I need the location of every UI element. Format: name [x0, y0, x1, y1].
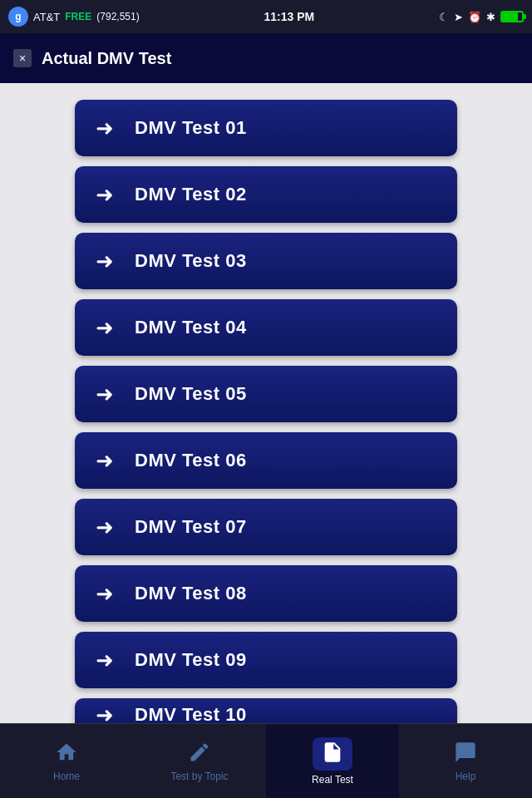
test-03-label: DMV Test 03 — [135, 250, 247, 272]
dmv-test-08-button[interactable]: ➜ DMV Test 08 — [75, 565, 457, 622]
main-content[interactable]: ➜ DMV Test 01 ➜ DMV Test 02 ➜ DMV Test 0… — [0, 83, 532, 723]
dmv-test-06-button[interactable]: ➜ DMV Test 06 — [75, 432, 457, 489]
arrow-icon: ➜ — [91, 182, 118, 208]
help-icon — [454, 741, 477, 767]
test-10-label: DMV Test 10 — [135, 704, 247, 723]
dmv-test-03-button[interactable]: ➜ DMV Test 03 — [75, 233, 457, 289]
tab-real-test-label: Real Test — [312, 774, 353, 786]
dmv-test-09-button[interactable]: ➜ DMV Test 09 — [75, 632, 457, 688]
header: × Actual DMV Test — [0, 33, 532, 83]
test-08-label: DMV Test 08 — [135, 583, 247, 604]
google-icon: g — [8, 7, 28, 27]
home-icon — [55, 741, 78, 767]
test-02-label: DMV Test 02 — [135, 184, 247, 205]
test-04-label: DMV Test 04 — [135, 317, 247, 338]
test-05-label: DMV Test 05 — [135, 383, 247, 405]
edit-icon — [188, 741, 211, 767]
arrow-icon: ➜ — [91, 448, 118, 474]
arrow-icon: ➜ — [91, 702, 118, 724]
tab-home[interactable]: Home — [0, 724, 133, 798]
test-09-label: DMV Test 09 — [135, 649, 247, 671]
downloads-label: (792,551) — [96, 11, 139, 22]
bluetooth-icon: ✱ — [486, 11, 495, 23]
arrow-icon: ➜ — [91, 249, 118, 274]
test-06-label: DMV Test 06 — [135, 450, 247, 471]
dmv-test-10-button-partial[interactable]: ➜ DMV Test 10 — [75, 698, 457, 723]
alarm-icon: ⏰ — [468, 11, 481, 23]
dmv-test-05-button[interactable]: ➜ DMV Test 05 — [75, 366, 457, 422]
dmv-test-01-button[interactable]: ➜ DMV Test 01 — [75, 100, 457, 156]
test-07-label: DMV Test 07 — [135, 516, 247, 538]
status-right: ☾ ➤ ⏰ ✱ — [439, 11, 524, 23]
arrow-icon: ➜ — [91, 315, 118, 341]
time-label: 11:13 PM — [264, 10, 314, 23]
dmv-test-07-button[interactable]: ➜ DMV Test 07 — [75, 499, 457, 555]
arrow-icon: ➜ — [91, 116, 118, 141]
tab-bar: Home Test by Topic Real Test Help — [0, 723, 532, 798]
test-01-label: DMV Test 01 — [135, 117, 247, 139]
arrow-icon: ➜ — [91, 382, 118, 407]
status-bar: g AT&T FREE (792,551) 11:13 PM ☾ ➤ ⏰ ✱ — [0, 0, 532, 33]
tab-test-by-topic[interactable]: Test by Topic — [133, 724, 266, 798]
free-badge: FREE — [65, 11, 91, 22]
tab-real-test[interactable]: Real Test — [266, 724, 399, 798]
battery-icon — [500, 11, 524, 22]
moon-icon: ☾ — [439, 11, 449, 23]
test-list: ➜ DMV Test 01 ➜ DMV Test 02 ➜ DMV Test 0… — [0, 100, 532, 723]
arrow-icon: ➜ — [91, 515, 118, 540]
navigation-icon: ➤ — [454, 11, 463, 23]
tab-test-by-topic-label: Test by Topic — [170, 771, 228, 782]
status-left: g AT&T FREE (792,551) — [8, 7, 140, 27]
tab-help[interactable]: Help — [399, 724, 532, 798]
dmv-test-04-button[interactable]: ➜ DMV Test 04 — [75, 299, 457, 356]
page-title: Actual DMV Test — [42, 49, 171, 68]
arrow-icon: ➜ — [91, 648, 118, 673]
arrow-icon: ➜ — [91, 581, 118, 607]
tab-home-label: Home — [53, 771, 80, 782]
tab-help-label: Help — [456, 771, 476, 782]
carrier-label: AT&T — [33, 11, 60, 23]
real-test-icon-bg — [313, 737, 352, 771]
close-button[interactable]: × — [13, 49, 32, 67]
dmv-test-02-button[interactable]: ➜ DMV Test 02 — [75, 166, 457, 223]
